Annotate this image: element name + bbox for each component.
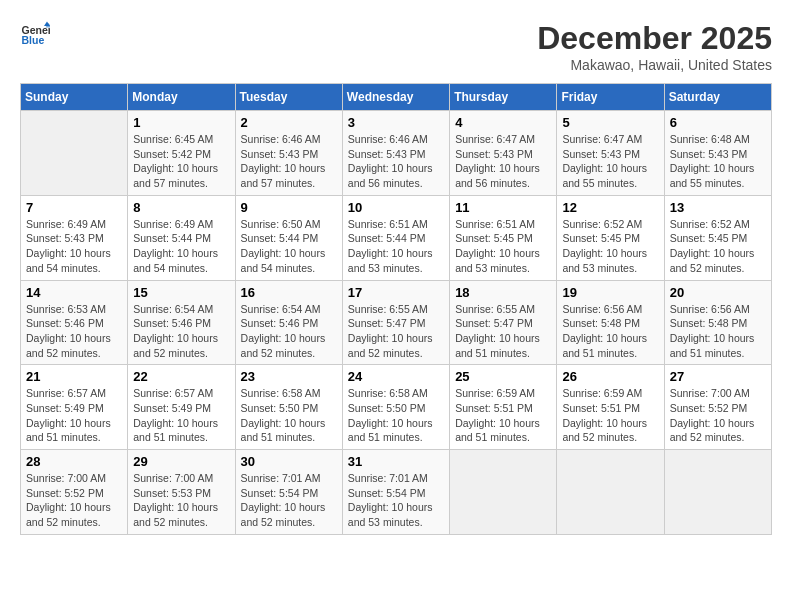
day-info: Sunrise: 6:54 AM Sunset: 5:46 PM Dayligh… [133,302,229,361]
calendar-week-row: 28Sunrise: 7:00 AM Sunset: 5:52 PM Dayli… [21,450,772,535]
day-info: Sunrise: 6:58 AM Sunset: 5:50 PM Dayligh… [348,386,444,445]
day-info: Sunrise: 6:50 AM Sunset: 5:44 PM Dayligh… [241,217,337,276]
page-header: General Blue December 2025 Makawao, Hawa… [20,20,772,73]
calendar-cell: 30Sunrise: 7:01 AM Sunset: 5:54 PM Dayli… [235,450,342,535]
day-number: 26 [562,369,658,384]
day-info: Sunrise: 6:47 AM Sunset: 5:43 PM Dayligh… [455,132,551,191]
day-info: Sunrise: 6:56 AM Sunset: 5:48 PM Dayligh… [562,302,658,361]
calendar-cell: 4Sunrise: 6:47 AM Sunset: 5:43 PM Daylig… [450,111,557,196]
calendar-day-header: Thursday [450,84,557,111]
day-number: 16 [241,285,337,300]
month-title: December 2025 [537,20,772,57]
day-number: 14 [26,285,122,300]
calendar-cell: 12Sunrise: 6:52 AM Sunset: 5:45 PM Dayli… [557,195,664,280]
day-number: 23 [241,369,337,384]
calendar-cell: 7Sunrise: 6:49 AM Sunset: 5:43 PM Daylig… [21,195,128,280]
calendar-table: SundayMondayTuesdayWednesdayThursdayFrid… [20,83,772,535]
calendar-cell: 25Sunrise: 6:59 AM Sunset: 5:51 PM Dayli… [450,365,557,450]
calendar-cell [21,111,128,196]
day-info: Sunrise: 6:46 AM Sunset: 5:43 PM Dayligh… [241,132,337,191]
day-number: 9 [241,200,337,215]
day-info: Sunrise: 7:00 AM Sunset: 5:52 PM Dayligh… [670,386,766,445]
day-number: 19 [562,285,658,300]
day-info: Sunrise: 6:46 AM Sunset: 5:43 PM Dayligh… [348,132,444,191]
calendar-cell: 6Sunrise: 6:48 AM Sunset: 5:43 PM Daylig… [664,111,771,196]
calendar-week-row: 21Sunrise: 6:57 AM Sunset: 5:49 PM Dayli… [21,365,772,450]
day-number: 28 [26,454,122,469]
calendar-cell: 23Sunrise: 6:58 AM Sunset: 5:50 PM Dayli… [235,365,342,450]
calendar-cell [664,450,771,535]
calendar-cell: 27Sunrise: 7:00 AM Sunset: 5:52 PM Dayli… [664,365,771,450]
calendar-day-header: Monday [128,84,235,111]
day-info: Sunrise: 6:51 AM Sunset: 5:44 PM Dayligh… [348,217,444,276]
day-info: Sunrise: 6:55 AM Sunset: 5:47 PM Dayligh… [455,302,551,361]
calendar-cell: 26Sunrise: 6:59 AM Sunset: 5:51 PM Dayli… [557,365,664,450]
calendar-cell: 5Sunrise: 6:47 AM Sunset: 5:43 PM Daylig… [557,111,664,196]
day-info: Sunrise: 7:00 AM Sunset: 5:53 PM Dayligh… [133,471,229,530]
day-info: Sunrise: 6:54 AM Sunset: 5:46 PM Dayligh… [241,302,337,361]
day-info: Sunrise: 6:53 AM Sunset: 5:46 PM Dayligh… [26,302,122,361]
calendar-cell: 1Sunrise: 6:45 AM Sunset: 5:42 PM Daylig… [128,111,235,196]
day-number: 12 [562,200,658,215]
day-number: 2 [241,115,337,130]
location: Makawao, Hawaii, United States [537,57,772,73]
day-number: 5 [562,115,658,130]
calendar-header-row: SundayMondayTuesdayWednesdayThursdayFrid… [21,84,772,111]
calendar-week-row: 7Sunrise: 6:49 AM Sunset: 5:43 PM Daylig… [21,195,772,280]
day-number: 29 [133,454,229,469]
day-number: 15 [133,285,229,300]
calendar-week-row: 1Sunrise: 6:45 AM Sunset: 5:42 PM Daylig… [21,111,772,196]
day-number: 22 [133,369,229,384]
day-number: 11 [455,200,551,215]
day-info: Sunrise: 7:01 AM Sunset: 5:54 PM Dayligh… [241,471,337,530]
svg-text:Blue: Blue [22,34,45,46]
day-info: Sunrise: 6:52 AM Sunset: 5:45 PM Dayligh… [670,217,766,276]
calendar-day-header: Friday [557,84,664,111]
day-number: 24 [348,369,444,384]
logo: General Blue [20,20,50,50]
day-info: Sunrise: 6:57 AM Sunset: 5:49 PM Dayligh… [133,386,229,445]
calendar-cell: 8Sunrise: 6:49 AM Sunset: 5:44 PM Daylig… [128,195,235,280]
calendar-cell: 18Sunrise: 6:55 AM Sunset: 5:47 PM Dayli… [450,280,557,365]
day-info: Sunrise: 6:52 AM Sunset: 5:45 PM Dayligh… [562,217,658,276]
day-number: 6 [670,115,766,130]
calendar-cell: 29Sunrise: 7:00 AM Sunset: 5:53 PM Dayli… [128,450,235,535]
calendar-body: 1Sunrise: 6:45 AM Sunset: 5:42 PM Daylig… [21,111,772,535]
calendar-cell: 3Sunrise: 6:46 AM Sunset: 5:43 PM Daylig… [342,111,449,196]
day-number: 8 [133,200,229,215]
calendar-day-header: Saturday [664,84,771,111]
calendar-cell: 16Sunrise: 6:54 AM Sunset: 5:46 PM Dayli… [235,280,342,365]
day-info: Sunrise: 6:45 AM Sunset: 5:42 PM Dayligh… [133,132,229,191]
day-number: 4 [455,115,551,130]
day-info: Sunrise: 6:57 AM Sunset: 5:49 PM Dayligh… [26,386,122,445]
day-number: 27 [670,369,766,384]
calendar-cell: 10Sunrise: 6:51 AM Sunset: 5:44 PM Dayli… [342,195,449,280]
day-info: Sunrise: 6:56 AM Sunset: 5:48 PM Dayligh… [670,302,766,361]
calendar-cell [557,450,664,535]
title-block: December 2025 Makawao, Hawaii, United St… [537,20,772,73]
calendar-cell: 22Sunrise: 6:57 AM Sunset: 5:49 PM Dayli… [128,365,235,450]
calendar-day-header: Wednesday [342,84,449,111]
calendar-cell: 9Sunrise: 6:50 AM Sunset: 5:44 PM Daylig… [235,195,342,280]
calendar-cell: 14Sunrise: 6:53 AM Sunset: 5:46 PM Dayli… [21,280,128,365]
calendar-cell: 15Sunrise: 6:54 AM Sunset: 5:46 PM Dayli… [128,280,235,365]
day-info: Sunrise: 6:51 AM Sunset: 5:45 PM Dayligh… [455,217,551,276]
day-number: 20 [670,285,766,300]
calendar-cell: 11Sunrise: 6:51 AM Sunset: 5:45 PM Dayli… [450,195,557,280]
day-info: Sunrise: 7:01 AM Sunset: 5:54 PM Dayligh… [348,471,444,530]
calendar-cell: 31Sunrise: 7:01 AM Sunset: 5:54 PM Dayli… [342,450,449,535]
day-number: 13 [670,200,766,215]
day-number: 10 [348,200,444,215]
day-info: Sunrise: 6:47 AM Sunset: 5:43 PM Dayligh… [562,132,658,191]
logo-icon: General Blue [20,20,50,50]
calendar-cell: 13Sunrise: 6:52 AM Sunset: 5:45 PM Dayli… [664,195,771,280]
calendar-cell: 19Sunrise: 6:56 AM Sunset: 5:48 PM Dayli… [557,280,664,365]
calendar-cell: 21Sunrise: 6:57 AM Sunset: 5:49 PM Dayli… [21,365,128,450]
day-info: Sunrise: 6:49 AM Sunset: 5:43 PM Dayligh… [26,217,122,276]
day-number: 18 [455,285,551,300]
calendar-cell: 2Sunrise: 6:46 AM Sunset: 5:43 PM Daylig… [235,111,342,196]
calendar-week-row: 14Sunrise: 6:53 AM Sunset: 5:46 PM Dayli… [21,280,772,365]
day-number: 21 [26,369,122,384]
calendar-day-header: Sunday [21,84,128,111]
day-info: Sunrise: 7:00 AM Sunset: 5:52 PM Dayligh… [26,471,122,530]
